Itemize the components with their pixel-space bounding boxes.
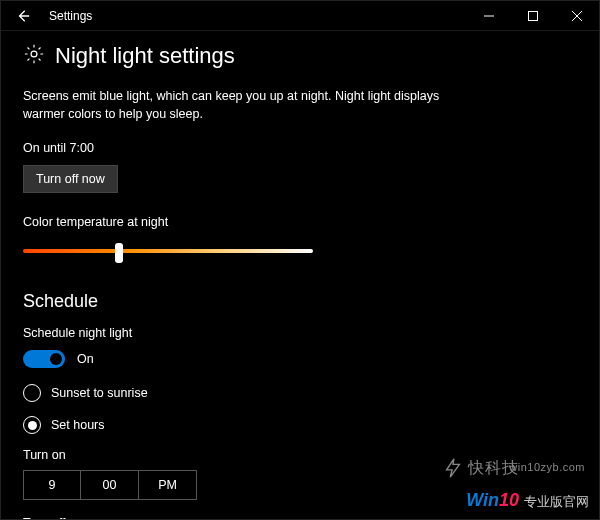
turn-on-label: Turn on xyxy=(23,448,577,462)
radio-sunset-label: Sunset to sunrise xyxy=(51,386,148,400)
radio-sunset-to-sunrise[interactable]: Sunset to sunrise xyxy=(23,384,577,402)
page-content: Night light settings Screens emit blue l… xyxy=(1,31,599,519)
svg-point-1 xyxy=(31,51,37,57)
schedule-toggle[interactable] xyxy=(23,350,65,368)
radio-icon xyxy=(23,384,41,402)
back-button[interactable] xyxy=(1,1,45,31)
color-temp-slider[interactable] xyxy=(23,239,313,263)
toggle-knob xyxy=(50,353,62,365)
close-icon xyxy=(572,11,582,21)
titlebar: Settings xyxy=(1,1,599,31)
arrow-left-icon xyxy=(16,9,30,23)
slider-thumb[interactable] xyxy=(115,243,123,263)
minimize-button[interactable] xyxy=(467,1,511,31)
turn-on-minute[interactable]: 00 xyxy=(81,470,139,500)
schedule-toggle-state: On xyxy=(77,352,94,366)
turn-off-now-button[interactable]: Turn off now xyxy=(23,165,118,193)
schedule-toggle-label: Schedule night light xyxy=(23,326,577,340)
svg-rect-0 xyxy=(529,12,538,21)
page-description: Screens emit blue light, which can keep … xyxy=(23,87,443,123)
settings-window: Settings Night light settings Screens em… xyxy=(0,0,600,520)
window-controls xyxy=(467,1,599,30)
turn-off-label: Turn off xyxy=(23,516,577,519)
slider-track xyxy=(23,249,313,253)
window-title: Settings xyxy=(45,9,92,23)
maximize-icon xyxy=(528,11,538,21)
radio-set-hours[interactable]: Set hours xyxy=(23,416,577,434)
gear-icon xyxy=(23,43,45,69)
status-text: On until 7:00 xyxy=(23,141,577,155)
turn-on-time-picker: 9 00 PM xyxy=(23,470,577,500)
schedule-heading: Schedule xyxy=(23,291,577,312)
page-title: Night light settings xyxy=(55,43,235,69)
maximize-button[interactable] xyxy=(511,1,555,31)
radio-icon xyxy=(23,416,41,434)
page-title-row: Night light settings xyxy=(23,43,577,69)
color-temp-label: Color temperature at night xyxy=(23,215,577,229)
minimize-icon xyxy=(484,11,494,21)
radio-set-hours-label: Set hours xyxy=(51,418,105,432)
turn-on-ampm[interactable]: PM xyxy=(139,470,197,500)
close-button[interactable] xyxy=(555,1,599,31)
turn-on-hour[interactable]: 9 xyxy=(23,470,81,500)
